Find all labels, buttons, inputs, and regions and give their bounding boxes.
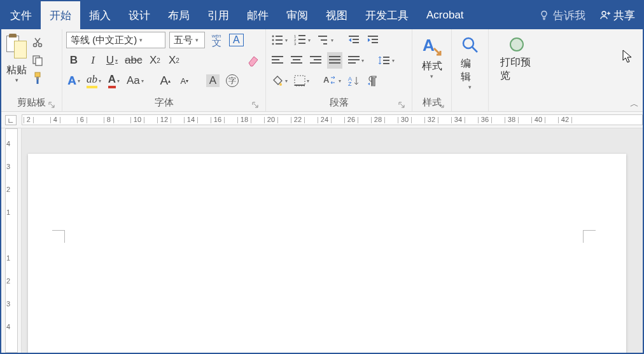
shrink-font-button[interactable]: A▾ [177, 72, 192, 89]
font-size-combo[interactable]: 五号▾ [169, 32, 205, 48]
svg-text:Z: Z [348, 81, 352, 86]
bullets-button[interactable]: ▾ [270, 32, 289, 48]
font-dialog-launcher[interactable] [251, 101, 259, 109]
align-distributed-button[interactable]: ▾ [346, 52, 365, 69]
horizontal-ruler[interactable]: ∟ |2||4||6||8||10||12||14||16||18||20||2… [1, 112, 643, 128]
paste-button[interactable]: 粘贴 [6, 64, 27, 77]
print-preview-button[interactable]: 打印预览 [493, 32, 541, 83]
group-print-preview: 打印预览 [489, 29, 545, 111]
tab-insert[interactable]: 插入 [80, 1, 120, 29]
shading-button[interactable]: ▾ [270, 72, 289, 89]
ribbon: 粘贴 ▾ 剪贴板 等线 (中文正文)▾ 五号▾ wén文 A [1, 29, 643, 112]
tab-selector[interactable]: ∟ [5, 115, 17, 125]
align-left-icon [271, 55, 284, 65]
strikethrough-button[interactable]: abc [123, 52, 143, 69]
align-left-button[interactable] [270, 52, 285, 69]
grow-font-button[interactable]: A▴ [158, 72, 173, 89]
document-page[interactable] [28, 154, 626, 353]
show-marks-button[interactable] [365, 72, 381, 89]
margin-mark-top-left [52, 230, 65, 243]
bold-button[interactable]: B [66, 52, 81, 69]
lightbulb-icon [539, 10, 549, 20]
svg-rect-36 [310, 62, 321, 64]
svg-rect-19 [318, 36, 327, 37]
borders-button[interactable]: ▾ [293, 72, 311, 89]
decrease-indent-button[interactable] [346, 32, 361, 48]
group-clipboard-label: 剪贴板 [5, 95, 58, 111]
styles-button[interactable]: A 样式 ▾ [414, 32, 451, 79]
tab-references[interactable]: 引用 [199, 1, 238, 29]
tab-layout[interactable]: 布局 [159, 1, 199, 29]
tab-acrobat[interactable]: Acrobat [417, 1, 473, 29]
tab-design[interactable]: 设计 [120, 1, 159, 29]
line-spacing-button[interactable]: ▾ [377, 52, 396, 69]
character-border-button[interactable]: A [228, 32, 245, 48]
svg-rect-5 [35, 72, 40, 77]
paste-dropdown[interactable]: ▾ [15, 77, 18, 83]
vertical-ruler[interactable]: 43211234 [1, 128, 22, 353]
svg-point-7 [272, 36, 274, 37]
copy-button[interactable] [31, 53, 45, 67]
svg-rect-32 [293, 59, 300, 60]
tab-mail[interactable]: 邮件 [238, 1, 277, 29]
cut-button[interactable] [31, 36, 45, 50]
sort-button[interactable]: AZ [346, 72, 361, 89]
svg-rect-20 [321, 39, 327, 41]
character-shading-button[interactable]: A [205, 72, 221, 89]
superscript-button[interactable]: X2 [166, 52, 181, 69]
italic-button[interactable]: I [85, 52, 101, 69]
tab-review[interactable]: 审阅 [277, 1, 317, 29]
align-justify-button[interactable] [327, 52, 342, 69]
editing-button[interactable]: 编辑 ▾ [453, 32, 487, 90]
styles-dialog-launcher[interactable] [437, 101, 445, 109]
align-right-icon [309, 55, 322, 65]
svg-rect-34 [310, 56, 321, 57]
svg-rect-8 [276, 36, 283, 37]
change-case-button[interactable]: Aa▾ [125, 72, 145, 89]
align-center-button[interactable] [289, 52, 304, 69]
increase-indent-button[interactable] [365, 32, 381, 48]
tab-file[interactable]: 文件 [1, 1, 41, 29]
clear-formatting-button[interactable] [245, 52, 262, 69]
svg-rect-28 [272, 56, 283, 57]
svg-rect-14 [298, 35, 305, 36]
enclose-characters-button[interactable]: 字 [225, 72, 240, 89]
align-right-button[interactable] [308, 52, 323, 69]
tab-home[interactable]: 开始 [41, 1, 80, 29]
tab-view[interactable]: 视图 [317, 1, 356, 29]
share-label: 共享 [613, 8, 635, 23]
numbering-icon: 123 [294, 34, 307, 46]
phonetic-guide-button[interactable]: wén文 [209, 32, 224, 48]
text-direction-button[interactable]: A▾ [322, 72, 342, 89]
svg-rect-33 [291, 62, 302, 64]
format-painter-button[interactable] [31, 71, 45, 85]
group-styles-label: 样式 [416, 95, 447, 111]
highlight-button[interactable]: ab▾ [85, 72, 102, 89]
font-color-button[interactable]: A▾ [106, 72, 122, 89]
outdent-icon [347, 34, 360, 46]
eraser-icon [246, 54, 260, 67]
styles-icon: A [421, 36, 443, 57]
svg-rect-16 [298, 39, 305, 40]
svg-rect-29 [272, 59, 279, 60]
tell-me-search[interactable]: 告诉我 [533, 8, 592, 23]
align-justify-icon [328, 55, 341, 65]
page-scroll-area[interactable] [22, 128, 643, 353]
collapse-ribbon-button[interactable]: ︿ [629, 99, 640, 110]
text-effects-button[interactable]: A▾ [66, 72, 81, 89]
share-button[interactable]: 共享 [592, 8, 643, 23]
svg-rect-18 [298, 43, 305, 44]
paint-bucket-icon [271, 75, 284, 86]
paragraph-dialog-launcher[interactable] [398, 101, 405, 109]
svg-rect-47 [295, 85, 305, 86]
clipboard-dialog-launcher[interactable] [48, 101, 55, 109]
font-name-combo[interactable]: 等线 (中文正文)▾ [66, 32, 165, 48]
subscript-button[interactable]: X2 [147, 52, 162, 69]
svg-rect-45 [383, 63, 389, 64]
find-icon [461, 36, 480, 55]
multilevel-list-button[interactable]: ▾ [316, 32, 335, 48]
underline-button[interactable]: U▾ [104, 52, 120, 69]
svg-rect-27 [372, 42, 378, 43]
numbering-button[interactable]: 123▾ [293, 32, 312, 48]
tab-developer[interactable]: 开发工具 [356, 1, 417, 29]
